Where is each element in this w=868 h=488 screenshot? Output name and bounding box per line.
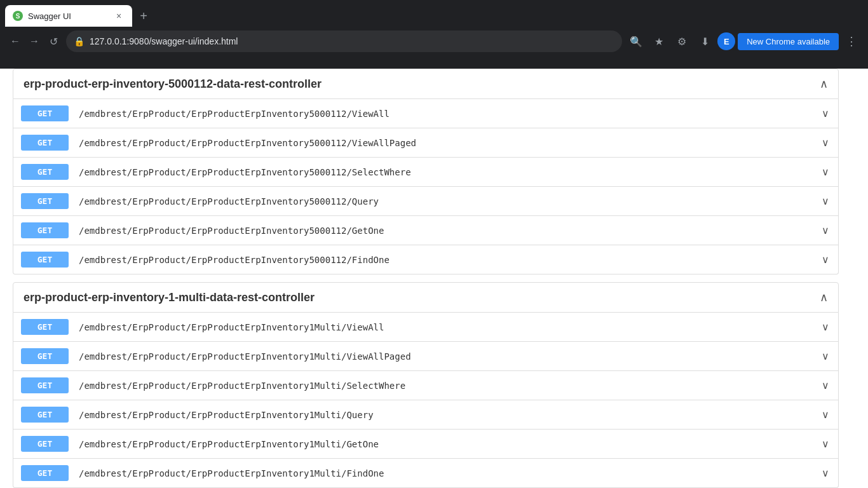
menu-button[interactable]: ⋮ (841, 31, 862, 51)
download-icon-button[interactable]: ⬇ (695, 31, 715, 51)
controller-title-0: erp-product-erp-inventory-5000112-data-r… (24, 78, 322, 91)
method-badge-0-0: GET (21, 105, 69, 121)
chevron-down-icon: ∨ (822, 409, 829, 421)
method-badge-0-2: GET (21, 164, 69, 180)
endpoint-row-0-1[interactable]: GET/emdbrest/ErpProduct/ErpProductErpInv… (13, 128, 839, 158)
chevron-down-icon: ∨ (822, 195, 829, 207)
controller-header-1[interactable]: erp-product-erp-inventory-1-multi-data-r… (13, 282, 839, 313)
endpoint-path-0-2: /emdbrest/ErpProduct/ErpProductErpInvent… (76, 162, 822, 182)
swagger-content: erp-product-erp-inventory-5000112-data-r… (0, 69, 851, 488)
method-badge-1-4: GET (21, 436, 69, 452)
chevron-down-icon: ∨ (822, 438, 829, 450)
controller-header-0[interactable]: erp-product-erp-inventory-5000112-data-r… (13, 69, 839, 99)
tab-favicon: S (13, 11, 23, 21)
extensions-icon-button[interactable]: ⚙ (672, 31, 692, 51)
tab-bar: S Swagger UI × + (0, 0, 868, 27)
address-text: 127.0.0.1:9080/swagger-ui/index.html (90, 36, 614, 46)
chevron-down-icon: ∨ (822, 321, 829, 333)
chevron-down-icon: ∨ (822, 137, 829, 149)
method-badge-0-1: GET (21, 135, 69, 151)
controller-title-1: erp-product-erp-inventory-1-multi-data-r… (24, 291, 315, 304)
chevron-down-icon: ∨ (822, 254, 829, 266)
chevron-down-icon: ∨ (822, 467, 829, 479)
search-icon-button[interactable]: 🔍 (626, 31, 646, 51)
endpoint-path-1-5: /emdbrest/ErpProduct/ErpProductErpInvent… (76, 463, 822, 484)
nav-controls: ← → ↺ (6, 32, 62, 50)
endpoint-path-1-3: /emdbrest/ErpProduct/ErpProductErpInvent… (76, 405, 822, 425)
profile-button[interactable]: E (717, 32, 735, 50)
endpoint-path-0-0: /emdbrest/ErpProduct/ErpProductErpInvent… (76, 104, 822, 124)
method-badge-0-5: GET (21, 252, 69, 268)
endpoint-path-0-1: /emdbrest/ErpProduct/ErpProductErpInvent… (76, 133, 822, 153)
method-badge-1-5: GET (21, 465, 69, 481)
tab-title: Swagger UI (28, 11, 108, 21)
reload-button[interactable]: ↺ (44, 32, 62, 50)
method-badge-0-3: GET (21, 193, 69, 209)
page-content: erp-product-erp-inventory-5000112-data-r… (0, 69, 868, 488)
controller-section-1: erp-product-erp-inventory-1-multi-data-r… (13, 282, 839, 488)
new-chrome-button[interactable]: New Chrome available (738, 33, 839, 50)
active-tab[interactable]: S Swagger UI × (5, 5, 132, 27)
endpoint-row-0-3[interactable]: GET/emdbrest/ErpProduct/ErpProductErpInv… (13, 187, 839, 216)
chevron-down-icon: ∨ (822, 350, 829, 362)
chevron-down-icon: ∨ (822, 107, 829, 119)
new-tab-button[interactable]: + (135, 7, 153, 25)
endpoint-row-0-2[interactable]: GET/emdbrest/ErpProduct/ErpProductErpInv… (13, 158, 839, 187)
endpoint-path-0-3: /emdbrest/ErpProduct/ErpProductErpInvent… (76, 191, 822, 212)
chevron-up-icon: ∧ (820, 290, 828, 304)
toolbar-icons: 🔍 ★ ⚙ ⬇ E New Chrome available ⋮ (626, 31, 862, 51)
method-badge-0-4: GET (21, 222, 69, 238)
bookmark-icon-button[interactable]: ★ (649, 31, 669, 51)
endpoint-row-1-3[interactable]: GET/emdbrest/ErpProduct/ErpProductErpInv… (13, 400, 839, 430)
endpoint-path-0-5: /emdbrest/ErpProduct/ErpProductErpInvent… (76, 250, 822, 270)
chevron-up-icon: ∧ (820, 77, 828, 91)
endpoint-row-0-5[interactable]: GET/emdbrest/ErpProduct/ErpProductErpInv… (13, 245, 839, 274)
endpoint-path-1-0: /emdbrest/ErpProduct/ErpProductErpInvent… (76, 317, 822, 337)
endpoint-path-0-4: /emdbrest/ErpProduct/ErpProductErpInvent… (76, 220, 822, 241)
chevron-down-icon: ∨ (822, 224, 829, 236)
endpoint-row-1-2[interactable]: GET/emdbrest/ErpProduct/ErpProductErpInv… (13, 371, 839, 400)
endpoint-row-1-0[interactable]: GET/emdbrest/ErpProduct/ErpProductErpInv… (13, 313, 839, 342)
endpoint-path-1-4: /emdbrest/ErpProduct/ErpProductErpInvent… (76, 434, 822, 454)
method-badge-1-0: GET (21, 319, 69, 335)
endpoint-row-0-4[interactable]: GET/emdbrest/ErpProduct/ErpProductErpInv… (13, 216, 839, 245)
method-badge-1-1: GET (21, 348, 69, 364)
back-button[interactable]: ← (6, 32, 24, 50)
address-bar-row: ← → ↺ 🔒 127.0.0.1:9080/swagger-ui/index.… (0, 27, 868, 56)
chevron-down-icon: ∨ (822, 379, 829, 391)
controller-section-0: erp-product-erp-inventory-5000112-data-r… (13, 69, 839, 274)
endpoint-row-1-4[interactable]: GET/emdbrest/ErpProduct/ErpProductErpInv… (13, 430, 839, 459)
lock-icon: 🔒 (74, 36, 85, 46)
method-badge-1-3: GET (21, 407, 69, 423)
endpoint-row-0-0[interactable]: GET/emdbrest/ErpProduct/ErpProductErpInv… (13, 99, 839, 128)
endpoint-row-1-5[interactable]: GET/emdbrest/ErpProduct/ErpProductErpInv… (13, 459, 839, 488)
browser-chrome: S Swagger UI × + ← → ↺ 🔒 127.0.0.1:9080/… (0, 0, 868, 69)
endpoint-path-1-2: /emdbrest/ErpProduct/ErpProductErpInvent… (76, 376, 822, 396)
endpoint-row-1-1[interactable]: GET/emdbrest/ErpProduct/ErpProductErpInv… (13, 342, 839, 371)
endpoint-path-1-1: /emdbrest/ErpProduct/ErpProductErpInvent… (76, 346, 822, 367)
address-bar[interactable]: 🔒 127.0.0.1:9080/swagger-ui/index.html (66, 30, 622, 52)
forward-button[interactable]: → (25, 32, 43, 50)
tab-close-button[interactable]: × (113, 10, 125, 22)
method-badge-1-2: GET (21, 377, 69, 393)
chevron-down-icon: ∨ (822, 166, 829, 178)
